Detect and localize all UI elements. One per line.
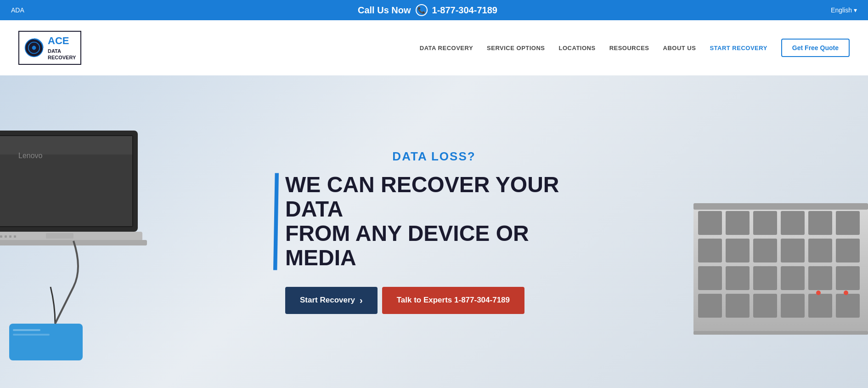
- logo-box: ace DATA RECOVERY: [18, 31, 81, 64]
- hero-subtitle: DATA LOSS?: [273, 149, 595, 164]
- nav-links: DATA RECOVERY SERVICE OPTIONS LOCATIONS …: [420, 39, 850, 57]
- hero-title: WE CAN RECOVER YOUR DATA FROM ANY DEVICE…: [285, 173, 595, 270]
- top-bar: ADA Call Us Now 📞 1-877-304-7189 English…: [0, 0, 868, 20]
- svg-rect-47: [693, 203, 868, 210]
- svg-rect-31: [808, 239, 832, 262]
- svg-rect-41: [753, 294, 777, 318]
- svg-rect-32: [836, 239, 860, 262]
- svg-rect-17: [13, 329, 40, 331]
- logo-icon: [24, 38, 44, 58]
- call-us-section: Call Us Now 📞 1-877-304-7189: [358, 4, 497, 16]
- svg-rect-37: [808, 266, 832, 290]
- hero-title-line2: FROM ANY DEVICE OR MEDIA: [285, 222, 595, 270]
- svg-rect-35: [753, 266, 777, 290]
- nav-about-us[interactable]: ABOUT US: [663, 45, 696, 51]
- svg-rect-44: [836, 294, 860, 318]
- svg-rect-26: [836, 211, 860, 235]
- chevron-right-icon: ›: [360, 295, 363, 306]
- hero-accent-bar: [273, 173, 279, 270]
- svg-rect-23: [753, 211, 777, 235]
- svg-rect-14: [14, 235, 16, 238]
- get-free-quote-button[interactable]: Get Free Quote: [781, 39, 850, 57]
- svg-rect-18: [13, 334, 50, 336]
- svg-rect-42: [781, 294, 805, 318]
- server-device: [684, 186, 868, 360]
- svg-rect-34: [726, 266, 750, 290]
- hero-section: Lenovo: [0, 75, 868, 388]
- phone-icon: 📞: [416, 4, 428, 16]
- hero-buttons: Start Recovery › Talk to Experts 1-877-3…: [285, 287, 595, 314]
- start-recovery-label: Start Recovery: [300, 296, 355, 305]
- svg-rect-7: [0, 136, 132, 154]
- svg-rect-38: [836, 266, 860, 290]
- ada-label: ADA: [11, 6, 24, 14]
- phone-number: 1-877-304-7189: [432, 5, 497, 16]
- svg-rect-39: [698, 294, 722, 318]
- svg-rect-29: [753, 239, 777, 262]
- laptop-device: Lenovo: [0, 103, 156, 388]
- nav-resources[interactable]: RESOURCES: [609, 45, 649, 51]
- nav-service-options[interactable]: SERVICE OPTIONS: [487, 45, 545, 51]
- svg-rect-33: [698, 266, 722, 290]
- svg-rect-24: [781, 211, 805, 235]
- svg-rect-28: [726, 239, 750, 262]
- svg-rect-12: [5, 235, 7, 238]
- svg-rect-11: [0, 235, 2, 238]
- logo[interactable]: ace DATA RECOVERY: [18, 31, 81, 64]
- svg-rect-21: [698, 211, 722, 235]
- svg-rect-13: [9, 235, 11, 238]
- language-selector[interactable]: English ▾: [831, 6, 857, 14]
- talk-to-experts-button[interactable]: Talk to Experts 1-877-304-7189: [382, 287, 524, 314]
- call-label: Call Us Now: [358, 5, 411, 16]
- hero-title-line1: WE CAN RECOVER YOUR DATA: [285, 173, 595, 222]
- svg-rect-15: [46, 233, 73, 239]
- chevron-down-icon: ▾: [854, 6, 857, 14]
- svg-rect-48: [693, 331, 868, 335]
- language-label: English: [831, 6, 852, 14]
- svg-rect-30: [781, 239, 805, 262]
- navbar: ace DATA RECOVERY DATA RECOVERY SERVICE …: [0, 20, 868, 75]
- svg-point-46: [816, 291, 821, 295]
- svg-rect-22: [726, 211, 750, 235]
- logo-text: ace DATA RECOVERY: [48, 34, 76, 61]
- svg-rect-36: [781, 266, 805, 290]
- svg-point-2: [32, 46, 36, 50]
- svg-rect-27: [698, 239, 722, 262]
- hero-content: DATA LOSS? WE CAN RECOVER YOUR DATA FROM…: [273, 149, 595, 314]
- svg-rect-25: [808, 211, 832, 235]
- nav-start-recovery[interactable]: START RECOVERY: [710, 45, 767, 51]
- start-recovery-button[interactable]: Start Recovery ›: [285, 287, 378, 314]
- svg-rect-43: [808, 294, 832, 318]
- svg-rect-40: [726, 294, 750, 318]
- nav-locations[interactable]: LOCATIONS: [559, 45, 596, 51]
- nav-data-recovery[interactable]: DATA RECOVERY: [420, 45, 473, 51]
- svg-point-45: [844, 291, 848, 295]
- hero-title-wrapper: WE CAN RECOVER YOUR DATA FROM ANY DEVICE…: [273, 173, 595, 270]
